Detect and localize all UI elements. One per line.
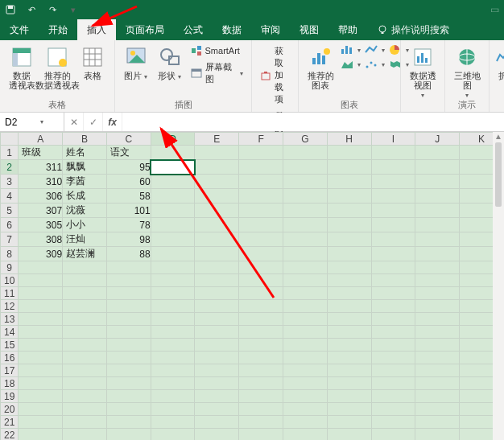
col-header-F[interactable]: F [239, 133, 283, 146]
cell-I5[interactable] [371, 204, 415, 218]
cell-F14[interactable] [239, 326, 283, 339]
row-header-16[interactable]: 16 [1, 352, 19, 364]
cell-C7[interactable]: 98 [106, 232, 151, 247]
cell-D12[interactable] [151, 300, 195, 313]
cell-B9[interactable] [63, 261, 107, 274]
redo-icon[interactable]: ↷ [47, 4, 58, 15]
cell-B20[interactable] [63, 403, 107, 416]
cell-E3[interactable] [195, 175, 239, 189]
cell-H2[interactable] [327, 160, 371, 175]
cell-H8[interactable] [327, 247, 371, 261]
cell-J8[interactable] [415, 247, 460, 261]
cell-G2[interactable] [283, 160, 328, 175]
save-icon[interactable] [5, 4, 16, 15]
cell-A12[interactable] [19, 300, 63, 313]
cell-A6[interactable]: 305 [19, 218, 63, 232]
select-all-corner[interactable] [1, 133, 19, 146]
cell-G14[interactable] [283, 326, 328, 339]
cell-J7[interactable] [415, 232, 460, 247]
row-header-17[interactable]: 17 [1, 364, 19, 377]
cell-F9[interactable] [239, 261, 283, 274]
cell-A14[interactable] [19, 326, 63, 339]
cell-B8[interactable]: 赵芸澜 [63, 247, 107, 261]
cell-A7[interactable]: 308 [19, 232, 63, 247]
cell-I14[interactable] [371, 326, 415, 339]
cell-E12[interactable] [195, 300, 239, 313]
cell-J22[interactable] [415, 429, 460, 441]
cell-J6[interactable] [415, 218, 460, 232]
cell-B1[interactable]: 姓名 [63, 146, 107, 160]
cell-I16[interactable] [371, 352, 415, 364]
tab-insert[interactable]: 插入 [77, 19, 116, 40]
cell-E20[interactable] [195, 403, 239, 416]
cell-E10[interactable] [195, 274, 239, 287]
cell-B11[interactable] [63, 287, 107, 300]
cell-F17[interactable] [239, 364, 283, 377]
scroll-up-icon[interactable]: ▲ [494, 132, 502, 141]
col-header-H[interactable]: H [327, 133, 371, 146]
row-header-6[interactable]: 6 [1, 218, 19, 232]
cell-C17[interactable] [106, 364, 151, 377]
cell-I3[interactable] [371, 175, 415, 189]
cell-J19[interactable] [415, 390, 460, 403]
screenshot-button[interactable]: 屏幕截图 ▾ [188, 60, 247, 87]
col-header-E[interactable]: E [195, 133, 239, 146]
cell-G7[interactable] [283, 232, 328, 247]
cell-E13[interactable] [195, 313, 239, 326]
cell-A15[interactable] [19, 339, 63, 352]
cell-J11[interactable] [415, 287, 460, 300]
row-header-3[interactable]: 3 [1, 175, 19, 189]
cell-C16[interactable] [106, 352, 151, 364]
smartart-button[interactable]: SmartArt [188, 43, 247, 58]
cell-C5[interactable]: 101 [106, 204, 151, 218]
cell-F3[interactable] [239, 175, 283, 189]
cell-D19[interactable] [151, 390, 195, 403]
cell-I22[interactable] [371, 429, 415, 441]
cell-J13[interactable] [415, 313, 460, 326]
cell-A10[interactable] [19, 274, 63, 287]
cell-G17[interactable] [283, 364, 328, 377]
col-header-G[interactable]: G [283, 133, 328, 146]
cell-I8[interactable] [371, 247, 415, 261]
cell-I1[interactable] [371, 146, 415, 160]
cell-B16[interactable] [63, 352, 107, 364]
cell-E16[interactable] [195, 352, 239, 364]
cell-F1[interactable] [239, 146, 283, 160]
row-header-22[interactable]: 22 [1, 429, 19, 441]
cell-H18[interactable] [327, 377, 371, 390]
tab-home[interactable]: 开始 [39, 19, 77, 40]
cell-C1[interactable]: 语文 [106, 146, 151, 160]
shapes-button[interactable]: 形状 ▾ [154, 43, 186, 82]
cell-H3[interactable] [327, 175, 371, 189]
cell-B14[interactable] [63, 326, 107, 339]
cell-C3[interactable]: 60 [106, 175, 151, 189]
name-box-dropdown-icon[interactable]: ▾ [40, 118, 43, 125]
cell-B19[interactable] [63, 390, 107, 403]
cell-A20[interactable] [19, 403, 63, 416]
cell-B2[interactable]: 飘飘 [63, 160, 107, 175]
row-header-18[interactable]: 18 [1, 377, 19, 390]
cell-B15[interactable] [63, 339, 107, 352]
qat-customize-icon[interactable]: ▾ [68, 4, 79, 15]
cell-E4[interactable] [195, 189, 239, 204]
cell-G15[interactable] [283, 339, 328, 352]
cell-F8[interactable] [239, 247, 283, 261]
cell-D10[interactable] [151, 274, 195, 287]
recommended-pivot-button[interactable]: 推荐的 数据透视表 [40, 43, 74, 90]
cell-F21[interactable] [239, 416, 283, 429]
cell-F12[interactable] [239, 300, 283, 313]
row-header-9[interactable]: 9 [1, 261, 19, 274]
scroll-thumb[interactable] [495, 142, 502, 207]
cell-D18[interactable] [151, 377, 195, 390]
cell-C20[interactable] [106, 403, 151, 416]
row-header-10[interactable]: 10 [1, 274, 19, 287]
cell-E15[interactable] [195, 339, 239, 352]
cell-I2[interactable] [371, 160, 415, 175]
spreadsheet-grid[interactable]: ABCDEFGHIJK1班级姓名语文2311飘飘953310李茜604306长成… [0, 132, 504, 440]
cell-J15[interactable] [415, 339, 460, 352]
cell-A22[interactable] [19, 429, 63, 441]
cell-B3[interactable]: 李茜 [63, 175, 107, 189]
cell-I15[interactable] [371, 339, 415, 352]
cell-A17[interactable] [19, 364, 63, 377]
cell-E22[interactable] [195, 429, 239, 441]
